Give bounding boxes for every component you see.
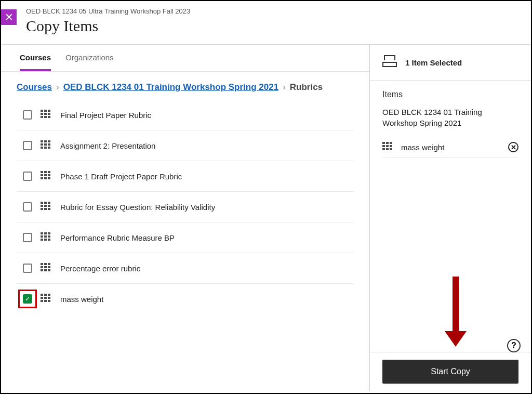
rubric-icon xyxy=(41,232,53,243)
items-heading: Items xyxy=(382,90,518,99)
breadcrumb-root[interactable]: Courses xyxy=(17,82,52,93)
rubric-icon xyxy=(41,171,53,181)
panel-header: OED BLCK 1234 05 Ultra Training Workshop… xyxy=(1,1,531,45)
rubric-label: Assignment 2: Presentation xyxy=(60,141,155,150)
rubric-checkbox[interactable] xyxy=(23,233,32,242)
rubric-row[interactable]: Phase 1 Draft Project Paper Rubric xyxy=(17,161,354,192)
rubric-icon xyxy=(382,142,395,152)
rubric-checkbox[interactable]: ✓ xyxy=(23,294,32,304)
chevron-right-icon: › xyxy=(283,82,286,93)
rubric-list: Final Project Paper RubricAssignment 2: … xyxy=(1,100,369,314)
copy-items-panel: ✕ OED BLCK 1234 05 Ultra Training Worksh… xyxy=(0,0,532,394)
rubric-label: Rubric for Essay Question: Reliability V… xyxy=(60,203,215,212)
rubric-icon xyxy=(41,202,53,212)
rubric-checkbox[interactable] xyxy=(23,172,32,181)
source-tabs: Courses Organizations xyxy=(1,45,369,72)
rubric-row[interactable]: Assignment 2: Presentation xyxy=(17,130,354,161)
rubric-label: Final Project Paper Rubric xyxy=(60,111,151,120)
selected-item-label: mass weight xyxy=(401,143,502,152)
context-course-name: OED BLCK 1234 05 Ultra Training Workshop… xyxy=(26,7,531,15)
close-icon[interactable]: ✕ xyxy=(1,9,17,25)
source-browser: Courses Organizations Courses › OED BLCK… xyxy=(1,45,370,391)
selection-sidebar: 1 Item Selected Items OED BLCK 1234 01 T… xyxy=(370,45,531,391)
rubric-label: Performance Rubric Measure BP xyxy=(60,233,175,242)
rubric-row[interactable]: Final Project Paper Rubric xyxy=(17,100,354,130)
tray-icon xyxy=(382,55,397,70)
rubric-label: Percentage error rubric xyxy=(60,264,140,273)
rubric-checkbox[interactable] xyxy=(23,110,32,120)
rubric-row[interactable]: ✓mass weight xyxy=(17,284,354,314)
rubric-icon xyxy=(41,294,53,304)
page-title: Copy Items xyxy=(26,17,531,35)
tab-organizations[interactable]: Organizations xyxy=(65,53,114,71)
selection-count: 1 Item Selected xyxy=(405,58,462,67)
rubric-checkbox[interactable] xyxy=(23,264,32,273)
rubric-row[interactable]: Performance Rubric Measure BP xyxy=(17,222,354,253)
rubric-checkbox[interactable] xyxy=(23,141,32,150)
breadcrumb: Courses › OED BLCK 1234 01 Training Work… xyxy=(1,72,369,100)
rubric-label: mass weight xyxy=(60,295,103,304)
rubric-icon xyxy=(41,110,53,120)
rubric-row[interactable]: Percentage error rubric xyxy=(17,253,354,284)
rubric-icon xyxy=(41,263,53,273)
source-course-name: OED BLCK 1234 01 Training Workshop Sprin… xyxy=(382,107,518,128)
start-copy-button[interactable]: Start Copy xyxy=(382,360,518,384)
rubric-icon xyxy=(41,140,53,151)
selected-item: mass weight✕ xyxy=(382,137,518,158)
rubric-checkbox[interactable] xyxy=(23,202,32,212)
selection-summary: 1 Item Selected xyxy=(370,45,531,81)
chevron-right-icon: › xyxy=(56,82,59,93)
help-icon[interactable]: ? xyxy=(507,339,521,352)
breadcrumb-current: Rubrics xyxy=(290,82,323,93)
rubric-label: Phase 1 Draft Project Paper Rubric xyxy=(60,172,182,181)
remove-item-icon[interactable]: ✕ xyxy=(508,142,518,152)
rubric-row[interactable]: Rubric for Essay Question: Reliability V… xyxy=(17,192,354,222)
tab-courses[interactable]: Courses xyxy=(20,53,51,71)
breadcrumb-course[interactable]: OED BLCK 1234 01 Training Workshop Sprin… xyxy=(63,82,278,93)
